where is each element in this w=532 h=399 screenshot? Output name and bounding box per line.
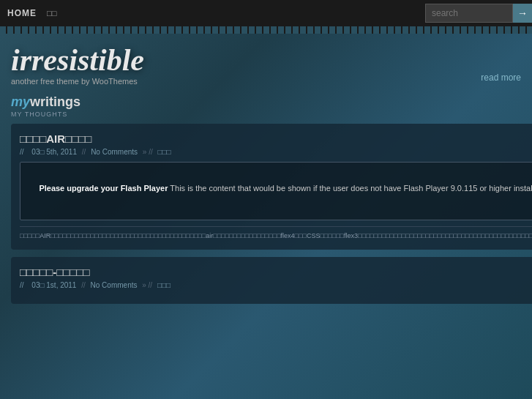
article-1-footer: □□□□□AIR□□□□□□□□□□□□□□□□□□□□□□□□□□□□□□□□… [20, 226, 532, 241]
flash-placeholder: Please upgrade your Flash Player This is… [20, 162, 532, 220]
writings-prefix: my [11, 94, 30, 109]
article-1-title[interactable]: □□□□AIR□□□□ [20, 133, 532, 145]
header: HOME □□ → [0, 0, 532, 26]
search-button[interactable]: → [513, 4, 532, 23]
left-column: mywritings my thoughts □□□□AIR□□□□ // 03… [11, 94, 532, 311]
article-2-date: 03□ 1st, 2011 [31, 281, 76, 289]
site-subtitle: another free theme by WooThemes [11, 77, 144, 86]
flash-notice: Please upgrade your Flash Player This is… [39, 182, 532, 195]
search-area: → [425, 0, 532, 26]
flash-notice-text: This is the content that would be shown … [170, 184, 532, 193]
flash-notice-bold: Please upgrade your Flash Player [39, 184, 168, 193]
article-1-sep1: // [20, 148, 24, 156]
read-more-link[interactable]: read more [481, 72, 521, 83]
writings-main: writings [30, 94, 80, 109]
site-title-area: irresistible another free theme by WooTh… [11, 45, 521, 86]
search-input[interactable] [425, 4, 513, 23]
columns: mywritings my thoughts □□□□AIR□□□□ // 03… [11, 94, 521, 311]
article-2-title[interactable]: □□□□□-□□□□□ [20, 266, 532, 278]
writings-title: mywritings [11, 94, 532, 110]
article-2-meta: // 03□ 1st, 2011 // No Comments » // □□□ [20, 281, 532, 289]
site-title: irresistible [11, 45, 144, 75]
article-2-sep1: // [20, 281, 24, 289]
nav-separator [0, 26, 532, 34]
main-content: irresistible another free theme by WooTh… [0, 34, 532, 399]
site-branding: irresistible another free theme by WooTh… [11, 45, 144, 86]
article-2-tag[interactable]: □□□ [157, 281, 171, 289]
writings-section-header: mywritings my thoughts [11, 94, 532, 118]
nav-extra[interactable]: □□ [47, 9, 56, 18]
writings-subtitle: my thoughts [11, 111, 532, 118]
article-card-2: □□□□□-□□□□□ // 03□ 1st, 2011 // No Comme… [11, 257, 532, 304]
article-2-comments[interactable]: No Comments [91, 281, 138, 289]
article-card-1: □□□□AIR□□□□ // 03□ 5th, 2011 // No Comme… [11, 124, 532, 250]
article-1-tag[interactable]: □□□ [158, 148, 171, 156]
nav-home[interactable]: HOME [7, 8, 37, 18]
article-1-comments[interactable]: No Comments [91, 148, 138, 156]
search-arrow-icon: → [517, 7, 528, 19]
article-1-meta: // 03□ 5th, 2011 // No Comments » // □□□ [20, 148, 532, 156]
article-1-date: 03□ 5th, 2011 [31, 148, 77, 156]
